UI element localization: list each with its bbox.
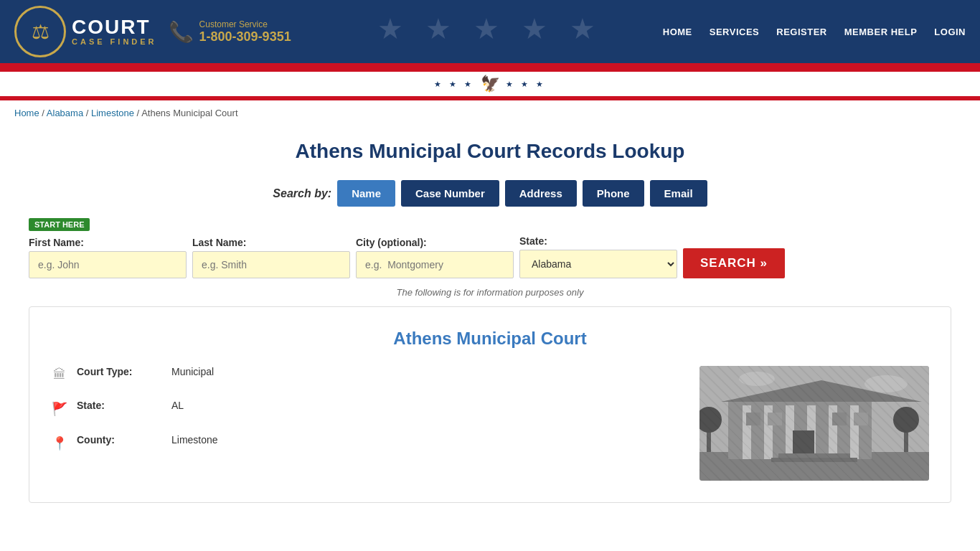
phone-icon: 📞 [169, 20, 194, 44]
state-select[interactable]: Alabama Alaska Arizona Arkansas Californ… [519, 250, 677, 278]
svg-point-21 [864, 375, 908, 392]
svg-rect-6 [786, 405, 794, 459]
last-name-label: Last Name: [192, 237, 350, 248]
main-content: Athens Municipal Court Records Lookup Se… [0, 126, 980, 517]
svg-rect-10 [793, 430, 814, 459]
court-details: 🏛 Court Type: Municipal 🚩 State: AL 📍 Co… [51, 366, 678, 481]
svg-rect-12 [768, 413, 782, 425]
tab-address[interactable]: Address [505, 180, 577, 207]
court-info-content: 🏛 Court Type: Municipal 🚩 State: AL 📍 Co… [51, 366, 929, 481]
court-image [699, 366, 929, 481]
red-stripe-top [0, 63, 980, 72]
first-name-label: First Name: [29, 237, 187, 248]
svg-point-22 [739, 372, 775, 386]
first-name-input[interactable] [29, 251, 187, 278]
main-nav: HOME SERVICES REGISTER MEMBER HELP LOGIN [663, 27, 966, 37]
svg-rect-15 [771, 458, 857, 462]
logo-area: ⚖ COURT CASE FINDER [14, 6, 157, 57]
court-type-label: Court Type: [77, 366, 163, 377]
eagle-icon: 🦅 [481, 75, 500, 93]
court-county-icon: 📍 [51, 435, 68, 451]
svg-rect-13 [832, 413, 847, 425]
site-header: ⚖ COURT CASE FINDER 📞 Customer Service 1… [0, 0, 980, 63]
court-detail-county: 📍 County: Limestone [51, 434, 678, 451]
eagle-decoration: ★ ★ ★ 🦅 ★ ★ ★ [434, 75, 545, 93]
stars-left: ★ ★ ★ [434, 80, 474, 89]
svg-rect-4 [743, 405, 751, 459]
customer-service-phone: 1-800-309-9351 [199, 29, 291, 44]
court-building-svg [699, 366, 929, 481]
svg-rect-0 [699, 366, 929, 481]
customer-service-info: Customer Service 1-800-309-9351 [199, 19, 291, 44]
nav-register[interactable]: REGISTER [776, 27, 826, 37]
svg-rect-1 [699, 452, 929, 481]
svg-point-20 [893, 407, 919, 433]
nav-home[interactable]: HOME [663, 27, 692, 37]
state-group: State: Alabama Alaska Arizona Arkansas C… [519, 235, 677, 278]
nav-services[interactable]: SERVICES [710, 27, 760, 37]
nav-member-help[interactable]: MEMBER HELP [844, 27, 918, 37]
logo-court-text: COURT [72, 17, 157, 37]
last-name-input[interactable] [192, 251, 350, 278]
svg-rect-11 [746, 413, 760, 425]
first-name-group: First Name: [29, 237, 187, 278]
svg-rect-19 [904, 423, 908, 452]
search-form-area: START HERE First Name: Last Name: City (… [29, 218, 951, 278]
customer-service: 📞 Customer Service 1-800-309-9351 [169, 19, 291, 44]
svg-rect-16 [778, 453, 850, 458]
court-detail-state: 🚩 State: AL [51, 400, 678, 417]
nav-login[interactable]: LOGIN [934, 27, 966, 37]
city-group: City (optional): [356, 237, 514, 278]
court-info-box: Athens Municipal Court 🏛 Court Type: Mun… [29, 306, 951, 503]
svg-rect-14 [854, 413, 868, 425]
court-county-label: County: [77, 434, 163, 446]
header-decoration: ★ ★ ★ ★ ★ [347, 0, 633, 57]
logo-case-finder-text: CASE FINDER [72, 37, 157, 46]
court-type-value: Municipal [171, 366, 214, 377]
eagle-bar: ★ ★ ★ 🦅 ★ ★ ★ [0, 72, 980, 96]
search-button[interactable]: SEARCH » [683, 248, 785, 278]
search-by-label: Search by: [273, 187, 331, 200]
search-by-row: Search by: Name Case Number Address Phon… [29, 180, 951, 207]
svg-rect-2 [728, 402, 872, 459]
breadcrumb: Home / Alabama / Limestone / Athens Muni… [0, 100, 980, 126]
breadcrumb-current: Athens Municipal Court [141, 108, 237, 118]
tab-phone[interactable]: Phone [583, 180, 644, 207]
info-text: The following is for information purpose… [29, 287, 951, 298]
header-left: ⚖ COURT CASE FINDER 📞 Customer Service 1… [14, 6, 291, 57]
star-decoration: ★ ★ ★ ★ ★ [377, 12, 603, 45]
court-state-value: AL [171, 400, 184, 411]
tab-case-number[interactable]: Case Number [401, 180, 499, 207]
court-type-icon: 🏛 [51, 367, 68, 382]
start-here-badge: START HERE [29, 218, 90, 231]
svg-rect-8 [829, 405, 837, 459]
search-form-row: First Name: Last Name: City (optional): … [29, 235, 951, 278]
tab-name[interactable]: Name [337, 180, 395, 207]
city-input[interactable] [356, 251, 514, 278]
page-title: Athens Municipal Court Records Lookup [29, 140, 951, 163]
court-info-title: Athens Municipal Court [51, 329, 929, 349]
customer-service-label: Customer Service [199, 19, 291, 29]
breadcrumb-state[interactable]: Alabama [47, 108, 83, 118]
breadcrumb-sep2: / [86, 108, 91, 118]
breadcrumb-home[interactable]: Home [14, 108, 39, 118]
court-detail-type: 🏛 Court Type: Municipal [51, 366, 678, 382]
last-name-group: Last Name: [192, 237, 350, 278]
state-label: State: [519, 235, 677, 247]
court-county-value: Limestone [171, 434, 218, 446]
svg-rect-9 [850, 405, 859, 459]
court-state-label: State: [77, 400, 163, 411]
city-label: City (optional): [356, 237, 514, 248]
svg-rect-7 [807, 405, 816, 459]
court-state-icon: 🚩 [51, 401, 68, 417]
stars-right: ★ ★ ★ [506, 80, 546, 89]
tab-email[interactable]: Email [650, 180, 707, 207]
logo-text: COURT CASE FINDER [72, 17, 157, 46]
breadcrumb-county[interactable]: Limestone [91, 108, 134, 118]
svg-point-18 [699, 407, 722, 433]
logo-icon: ⚖ [14, 6, 66, 57]
svg-rect-5 [764, 405, 773, 459]
svg-rect-17 [707, 423, 711, 452]
svg-marker-3 [721, 380, 922, 402]
